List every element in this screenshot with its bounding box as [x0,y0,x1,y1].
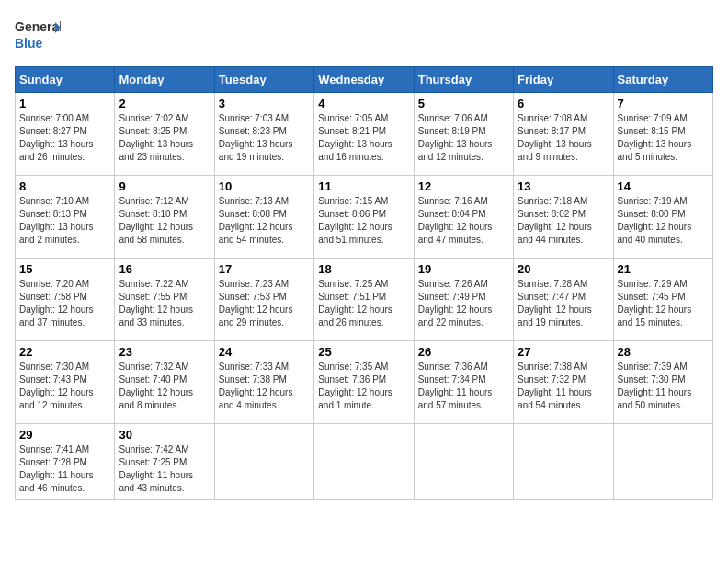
week-row-1: 1Sunrise: 7:00 AMSunset: 8:27 PMDaylight… [16,93,713,176]
day-info: Sunrise: 7:33 AMSunset: 7:38 PMDaylight:… [219,361,310,412]
calendar-cell: 5Sunrise: 7:06 AMSunset: 8:19 PMDaylight… [414,93,513,176]
calendar-cell: 8Sunrise: 7:10 AMSunset: 8:13 PMDaylight… [16,176,115,259]
calendar-cell [414,424,513,500]
day-number: 11 [318,179,409,193]
day-info: Sunrise: 7:02 AMSunset: 8:25 PMDaylight:… [119,112,210,164]
day-info: Sunrise: 7:25 AMSunset: 7:51 PMDaylight:… [318,278,409,329]
week-row-5: 29Sunrise: 7:41 AMSunset: 7:28 PMDayligh… [16,424,713,500]
column-header-friday: Friday [514,67,613,93]
day-number: 29 [19,428,110,442]
calendar-cell: 17Sunrise: 7:23 AMSunset: 7:53 PMDayligh… [214,259,313,341]
day-number: 28 [618,345,709,359]
day-info: Sunrise: 7:35 AMSunset: 7:36 PMDaylight:… [318,361,409,412]
day-info: Sunrise: 7:18 AMSunset: 8:02 PMDaylight:… [518,195,609,247]
calendar-cell [314,424,414,500]
day-info: Sunrise: 7:10 AMSunset: 8:13 PMDaylight:… [19,195,110,247]
calendar-cell: 6Sunrise: 7:08 AMSunset: 8:17 PMDaylight… [514,93,613,176]
day-info: Sunrise: 7:03 AMSunset: 8:23 PMDaylight:… [219,112,310,164]
day-number: 25 [318,345,409,359]
day-number: 27 [518,345,609,359]
day-number: 22 [19,345,110,359]
calendar-cell: 16Sunrise: 7:22 AMSunset: 7:55 PMDayligh… [115,259,214,341]
page-header: General Blue [15,15,713,55]
calendar-cell: 27Sunrise: 7:38 AMSunset: 7:32 PMDayligh… [514,341,613,424]
day-info: Sunrise: 7:16 AMSunset: 8:04 PMDaylight:… [418,195,509,247]
day-info: Sunrise: 7:20 AMSunset: 7:58 PMDaylight:… [19,278,110,329]
column-header-thursday: Thursday [414,67,513,93]
calendar-cell: 26Sunrise: 7:36 AMSunset: 7:34 PMDayligh… [414,341,513,424]
day-number: 18 [318,262,409,276]
calendar-table: SundayMondayTuesdayWednesdayThursdayFrid… [15,66,713,500]
day-number: 30 [119,428,210,442]
day-number: 12 [418,179,509,193]
day-number: 20 [518,262,609,276]
day-number: 26 [418,345,509,359]
calendar-cell: 7Sunrise: 7:09 AMSunset: 8:15 PMDaylight… [613,93,712,176]
logo-svg: General Blue [15,15,61,55]
column-header-monday: Monday [115,67,214,93]
calendar-cell: 10Sunrise: 7:13 AMSunset: 8:08 PMDayligh… [214,176,313,259]
day-number: 7 [618,97,709,110]
calendar-cell: 21Sunrise: 7:29 AMSunset: 7:45 PMDayligh… [613,259,712,341]
day-info: Sunrise: 7:36 AMSunset: 7:34 PMDaylight:… [418,361,509,412]
day-number: 1 [19,97,110,110]
day-info: Sunrise: 7:39 AMSunset: 7:30 PMDaylight:… [618,361,709,412]
calendar-cell: 1Sunrise: 7:00 AMSunset: 8:27 PMDaylight… [16,93,115,176]
svg-text:Blue: Blue [15,36,43,51]
calendar-cell: 12Sunrise: 7:16 AMSunset: 8:04 PMDayligh… [414,176,513,259]
calendar-cell: 4Sunrise: 7:05 AMSunset: 8:21 PMDaylight… [314,93,414,176]
day-info: Sunrise: 7:19 AMSunset: 8:00 PMDaylight:… [618,195,709,247]
day-info: Sunrise: 7:32 AMSunset: 7:40 PMDaylight:… [119,361,210,412]
week-row-2: 8Sunrise: 7:10 AMSunset: 8:13 PMDaylight… [16,176,713,259]
calendar-cell: 15Sunrise: 7:20 AMSunset: 7:58 PMDayligh… [16,259,115,341]
calendar-cell: 29Sunrise: 7:41 AMSunset: 7:28 PMDayligh… [16,424,115,500]
day-info: Sunrise: 7:09 AMSunset: 8:15 PMDaylight:… [618,112,709,164]
day-number: 23 [119,345,210,359]
day-info: Sunrise: 7:30 AMSunset: 7:43 PMDaylight:… [19,361,110,412]
day-number: 5 [418,97,509,110]
calendar-cell [613,424,712,500]
logo: General Blue [15,15,61,55]
day-info: Sunrise: 7:08 AMSunset: 8:17 PMDaylight:… [518,112,609,164]
day-number: 6 [518,97,609,110]
calendar-cell: 20Sunrise: 7:28 AMSunset: 7:47 PMDayligh… [514,259,613,341]
column-header-tuesday: Tuesday [214,67,313,93]
day-info: Sunrise: 7:06 AMSunset: 8:19 PMDaylight:… [418,112,509,164]
day-info: Sunrise: 7:05 AMSunset: 8:21 PMDaylight:… [318,112,409,164]
calendar-cell: 24Sunrise: 7:33 AMSunset: 7:38 PMDayligh… [214,341,313,424]
day-info: Sunrise: 7:13 AMSunset: 8:08 PMDaylight:… [219,195,310,247]
day-number: 19 [418,262,509,276]
day-info: Sunrise: 7:41 AMSunset: 7:28 PMDaylight:… [19,443,110,495]
day-number: 15 [19,262,110,276]
calendar-cell: 28Sunrise: 7:39 AMSunset: 7:30 PMDayligh… [613,341,712,424]
calendar-cell: 13Sunrise: 7:18 AMSunset: 8:02 PMDayligh… [514,176,613,259]
calendar-cell: 30Sunrise: 7:42 AMSunset: 7:25 PMDayligh… [115,424,214,500]
day-info: Sunrise: 7:42 AMSunset: 7:25 PMDaylight:… [119,443,210,495]
day-number: 8 [19,179,110,193]
day-number: 4 [318,97,409,110]
day-info: Sunrise: 7:12 AMSunset: 8:10 PMDaylight:… [119,195,210,247]
day-number: 10 [219,179,310,193]
calendar-cell: 25Sunrise: 7:35 AMSunset: 7:36 PMDayligh… [314,341,414,424]
day-info: Sunrise: 7:28 AMSunset: 7:47 PMDaylight:… [518,278,609,329]
calendar-cell: 3Sunrise: 7:03 AMSunset: 8:23 PMDaylight… [214,93,313,176]
day-info: Sunrise: 7:23 AMSunset: 7:53 PMDaylight:… [219,278,310,329]
column-header-wednesday: Wednesday [314,67,414,93]
day-info: Sunrise: 7:22 AMSunset: 7:55 PMDaylight:… [119,278,210,329]
day-info: Sunrise: 7:00 AMSunset: 8:27 PMDaylight:… [19,112,110,164]
day-number: 2 [119,97,210,110]
calendar-cell: 22Sunrise: 7:30 AMSunset: 7:43 PMDayligh… [16,341,115,424]
calendar-cell: 2Sunrise: 7:02 AMSunset: 8:25 PMDaylight… [115,93,214,176]
column-header-sunday: Sunday [16,67,115,93]
calendar-cell: 23Sunrise: 7:32 AMSunset: 7:40 PMDayligh… [115,341,214,424]
day-info: Sunrise: 7:26 AMSunset: 7:49 PMDaylight:… [418,278,509,329]
calendar-cell: 14Sunrise: 7:19 AMSunset: 8:00 PMDayligh… [613,176,712,259]
day-number: 16 [119,262,210,276]
day-number: 14 [618,179,709,193]
calendar-cell: 11Sunrise: 7:15 AMSunset: 8:06 PMDayligh… [314,176,414,259]
calendar-cell [514,424,613,500]
day-info: Sunrise: 7:38 AMSunset: 7:32 PMDaylight:… [518,361,609,412]
calendar-cell [214,424,313,500]
week-row-4: 22Sunrise: 7:30 AMSunset: 7:43 PMDayligh… [16,341,713,424]
column-header-saturday: Saturday [613,67,712,93]
